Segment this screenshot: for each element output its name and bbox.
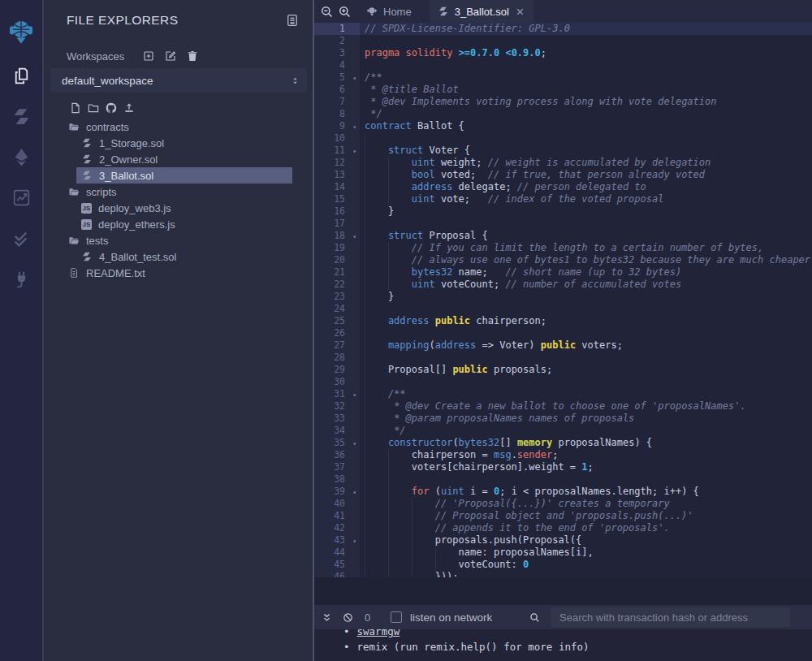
zoom-in-icon[interactable] (337, 4, 352, 19)
code-text[interactable]: })); (360, 571, 812, 577)
zoom-out-icon[interactable] (319, 4, 335, 19)
rail-plugin-manager[interactable] (0, 260, 42, 300)
code-text[interactable]: name: proposalNames[i], (360, 547, 812, 559)
code-line-19: 19// If you can limit the length to a ce… (314, 242, 812, 254)
new-file-icon[interactable] (69, 102, 82, 114)
code-line-33: 33 * @param proposalNames names of propo… (314, 413, 812, 425)
code-text[interactable]: uint vote; // index of the voted proposa… (360, 193, 812, 205)
code-text[interactable]: } (360, 291, 812, 303)
tree-item-contracts[interactable]: contracts (44, 119, 313, 135)
fold-arrow-icon[interactable]: ▾ (352, 535, 356, 547)
code-text[interactable]: uint weight; // weight is accumulated by… (360, 157, 812, 169)
code-text[interactable]: contract Ballot { (360, 120, 812, 132)
tree-item-scripts[interactable]: scripts (44, 184, 313, 200)
panel-menu-icon[interactable] (285, 13, 300, 28)
code-text[interactable]: * @title Ballot (360, 84, 812, 96)
code-text[interactable]: // Proposal object and 'proposals.push(.… (360, 510, 812, 522)
code-text[interactable]: // always use one of bytes1 to bytes32 b… (360, 254, 812, 266)
fold-arrow-icon[interactable]: ▾ (352, 72, 356, 84)
code-text[interactable]: uint voteCount; // number of accumulated… (360, 279, 812, 291)
code-text[interactable]: * @dev Implements voting process along w… (360, 96, 812, 108)
code-text[interactable]: for (uint i = 0; i < proposalNames.lengt… (360, 486, 812, 498)
rail-deploy-run[interactable] (0, 138, 42, 179)
terminal-search-input[interactable] (551, 607, 790, 627)
fold-arrow-icon[interactable]: ▾ (352, 145, 356, 158)
github-clone-icon[interactable] (105, 102, 118, 114)
tree-item-deploy_web3.js[interactable]: JSdeploy_web3.js (44, 200, 313, 216)
code-text[interactable]: /** (360, 71, 812, 84)
tree-item-4_Ballot_test.sol[interactable]: 4_Ballot_test.sol (44, 248, 313, 265)
add-workspace-icon[interactable] (142, 50, 155, 63)
rail-unit-testing[interactable] (0, 219, 42, 260)
code-text[interactable]: bool voted; // if true, that person alre… (360, 169, 812, 181)
upload-file-icon[interactable] (123, 102, 136, 114)
code-text[interactable]: struct Proposal { (360, 230, 812, 242)
rail-file-explorer[interactable] (0, 57, 42, 97)
rail-statistics[interactable] (0, 179, 42, 219)
code-text[interactable] (360, 35, 812, 47)
tree-item-README.txt[interactable]: README.txt (44, 265, 313, 281)
tree-item-1_Storage.sol[interactable]: 1_Storage.sol (44, 135, 313, 151)
code-text[interactable] (360, 218, 812, 230)
code-text[interactable] (360, 303, 812, 315)
log-link[interactable]: swarmgw (357, 629, 400, 637)
code-text[interactable]: voteCount: 0 (360, 559, 812, 571)
code-text[interactable] (360, 327, 812, 339)
code-text[interactable]: */ (360, 108, 812, 120)
code-text[interactable]: bytes32 name; // short name (up to 32 by… (360, 266, 812, 279)
code-text[interactable]: // appends it to the end of 'proposals'. (360, 522, 812, 534)
terminal-log-line: •remix (run remix.help() for more info) (343, 641, 812, 653)
tree-item-2_Owner.sol[interactable]: 2_Owner.sol (44, 151, 313, 167)
code-text[interactable] (360, 132, 812, 145)
close-tab-icon[interactable] (515, 6, 525, 17)
rename-workspace-icon[interactable] (164, 50, 177, 63)
fold-arrow-icon[interactable]: ▾ (352, 486, 356, 499)
rail-remix-logo[interactable] (0, 10, 42, 57)
code-editor[interactable]: 1// SPDX-License-Identifier: GPL-3.023pr… (314, 23, 812, 577)
code-text[interactable]: // 'Proposal({...})' creates a temporary (360, 498, 812, 510)
code-text[interactable]: constructor(bytes32[] memory proposalNam… (360, 437, 812, 449)
expand-terminal-icon[interactable] (321, 611, 333, 624)
code-text[interactable]: * @param proposalNames names of proposal… (360, 413, 812, 425)
rail-solidity-compiler[interactable] (0, 97, 42, 138)
tab-3_Ballot.sol[interactable]: 3_Ballot.sol (430, 0, 533, 23)
editor-area: Home3_Ballot.sol 1// SPDX-License-Identi… (314, 0, 812, 661)
code-text[interactable]: // SPDX-License-Identifier: GPL-3.0 (360, 23, 812, 35)
code-text[interactable]: proposals.push(Proposal({ (360, 534, 812, 547)
new-folder-icon[interactable] (87, 102, 100, 114)
code-text[interactable]: address delegate; // person delegated to (360, 181, 812, 193)
code-text[interactable] (360, 376, 812, 388)
code-text[interactable]: /** (360, 388, 812, 400)
code-text[interactable]: mapping(address => Voter) public voters; (360, 339, 812, 352)
tab-Home[interactable]: Home (358, 0, 420, 23)
code-text[interactable]: * @dev Create a new ballot to choose one… (360, 400, 812, 413)
code-text[interactable]: */ (360, 425, 812, 437)
code-line-46: 46})); (314, 571, 812, 577)
workspace-select[interactable]: default_workspace (50, 68, 307, 93)
tree-item-deploy_ethers.js[interactable]: JSdeploy_ethers.js (44, 216, 313, 232)
fold-arrow-icon[interactable]: ▾ (352, 231, 356, 243)
code-text[interactable]: voters[chairperson].weight = 1; (360, 461, 812, 473)
code-text[interactable]: } (360, 205, 812, 218)
listen-on-network-checkbox[interactable] (391, 611, 402, 623)
code-line-30: 30 (314, 376, 812, 388)
line-number: 10 (314, 132, 360, 145)
code-text[interactable]: struct Voter { (360, 145, 812, 157)
js-file-icon: JS (81, 219, 92, 230)
code-text[interactable]: // If you can limit the length to a cert… (360, 242, 812, 254)
code-text[interactable] (360, 473, 812, 486)
fold-arrow-icon[interactable]: ▾ (352, 389, 356, 401)
fold-arrow-icon[interactable]: ▾ (352, 438, 356, 450)
code-text[interactable]: pragma solidity >=0.7.0 <0.9.0; (360, 47, 812, 59)
code-line-15: 15uint vote; // index of the voted propo… (314, 193, 812, 205)
code-text[interactable]: chairperson = msg.sender; (360, 449, 812, 461)
code-text[interactable] (360, 59, 812, 71)
clear-terminal-icon[interactable] (342, 611, 354, 624)
code-text[interactable]: address public chairperson; (360, 315, 812, 327)
tree-item-tests[interactable]: tests (44, 232, 313, 248)
code-text[interactable] (360, 352, 812, 364)
fold-arrow-icon[interactable]: ▾ (352, 121, 356, 133)
tree-item-3_Ballot.sol[interactable]: 3_Ballot.sol (76, 167, 292, 184)
delete-workspace-icon[interactable] (186, 50, 199, 63)
code-text[interactable]: Proposal[] public proposals; (360, 364, 812, 376)
